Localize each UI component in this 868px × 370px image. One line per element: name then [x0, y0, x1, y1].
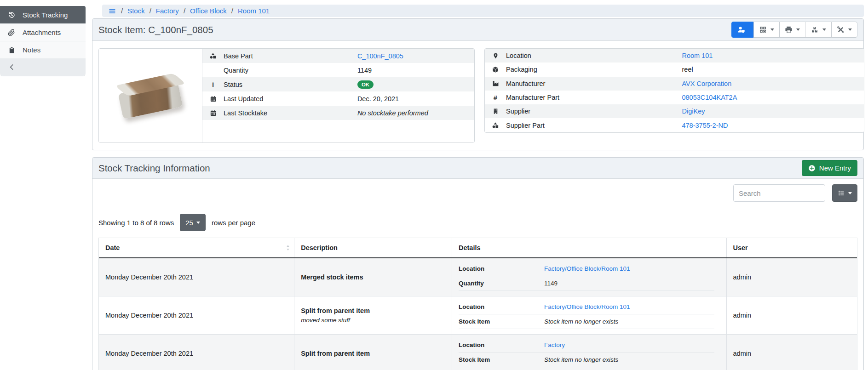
building-icon [485, 108, 506, 115]
industry-icon [485, 80, 506, 87]
sort-icon [286, 245, 290, 251]
column-header-details: Details [452, 238, 727, 257]
detail-row-packaging: Packaging reel [485, 63, 864, 76]
sourcing-table: Location Room 101 Packaging reel Manufac… [485, 49, 864, 132]
packaging-value: reel [682, 66, 864, 73]
base-part-link[interactable]: C_100nF_0805 [357, 52, 403, 60]
detail-subrow: Stock Item Stock item no longer exists [459, 353, 714, 367]
hamburger-icon[interactable] [108, 7, 116, 15]
calendar-icon [202, 109, 224, 117]
part-thumbnail[interactable] [99, 49, 202, 142]
location-link[interactable]: Factory [544, 342, 714, 348]
map-marker-icon [485, 52, 506, 59]
detail-subrow: Location Factory [459, 338, 714, 353]
calendar-icon [202, 95, 224, 102]
detail-subrow: Location Factory/Office Block/Room 101 [459, 262, 714, 276]
admin-user-shield-button[interactable] [731, 22, 754, 38]
stock-item-status-text: Stock item no longer exists [544, 318, 714, 325]
breadcrumb-link-office-block[interactable]: Office Block [190, 7, 227, 15]
column-header-date[interactable]: Date [99, 238, 294, 257]
sidebar-item-notes[interactable]: Notes [0, 41, 86, 58]
sidebar-collapse-button[interactable] [0, 58, 86, 76]
paperclip-icon [7, 29, 16, 36]
header-toolbar [731, 22, 857, 38]
supplier-part-link[interactable]: 478-3755-2-ND [682, 122, 728, 129]
chevron-down-icon [796, 28, 800, 31]
description-note: moved some stuff [301, 317, 350, 324]
columns-dropdown-button[interactable] [832, 184, 857, 202]
location-link[interactable]: Factory/Office Block/Room 101 [544, 303, 714, 310]
search-input[interactable] [733, 184, 825, 202]
page-size-dropdown[interactable]: 25 [180, 214, 206, 231]
detail-row-last-stocktake: Last Stocktake No stocktake performed [202, 106, 474, 120]
breadcrumb-separator: / [231, 7, 233, 15]
chevron-down-icon [848, 28, 852, 31]
showing-text: Showing 1 to 8 of 8 rows [98, 219, 174, 227]
detail-label: Supplier Part [506, 122, 682, 129]
stock-item-summary-card: Base Part C_100nF_0805 Quantity 1149 i S… [98, 48, 475, 143]
stock-item-actions-button[interactable] [831, 22, 857, 38]
supplier-link[interactable]: DigiKey [682, 108, 705, 115]
breadcrumb-separator: / [184, 7, 185, 15]
detail-subrow: Location Factory/Office Block/Room 101 [459, 300, 714, 314]
page-title: Stock Item: C_100nF_0805 [98, 24, 213, 35]
stock-tracking-header: Stock Tracking Information New Entry [92, 158, 863, 179]
last-stocktake-value: No stocktake performed [357, 109, 474, 117]
shapes-icon [202, 52, 224, 59]
sidebar-item-label: Attachments [23, 28, 61, 36]
chevron-down-icon [822, 28, 826, 31]
detail-label: Manufacturer Part [506, 94, 682, 101]
sidebar-item-label: Stock Tracking [23, 11, 68, 19]
breadcrumb-link-stock[interactable]: Stock [127, 7, 145, 15]
breadcrumb-link-factory[interactable]: Factory [156, 7, 179, 15]
new-entry-button[interactable]: New Entry [802, 160, 857, 176]
print-actions-button[interactable] [779, 22, 805, 38]
date-cell: Monday December 20th 2021 [99, 258, 294, 296]
column-header-user: User [727, 238, 857, 257]
user-cell: admin [727, 258, 857, 296]
sidebar-item-attachments[interactable]: Attachments [0, 23, 86, 41]
detail-label: Status [224, 81, 357, 88]
capacitor-image [118, 81, 183, 119]
detail-label: Packaging [506, 66, 682, 73]
breadcrumb: / Stock / Factory / Office Block / Room … [102, 5, 864, 17]
chevron-down-icon [196, 222, 200, 224]
status-badge: OK [357, 80, 374, 89]
detail-row-supplier-part: Supplier Part 478-3755-2-ND [485, 118, 864, 132]
printer-icon [785, 26, 793, 34]
barcode-actions-button[interactable] [753, 22, 780, 38]
box-icon [485, 66, 506, 73]
sidebar-item-stock-tracking[interactable]: Stock Tracking [0, 6, 86, 23]
date-cell: Monday December 20th 2021 [99, 335, 294, 370]
detail-label: Last Stocktake [224, 109, 357, 117]
breadcrumb-separator: / [121, 7, 123, 15]
breadcrumb-link-room-101[interactable]: Room 101 [238, 7, 270, 15]
detail-row-manufacturer-part: # Manufacturer Part 08053C104KAT2A [485, 91, 864, 104]
detail-label: Base Part [224, 52, 357, 60]
description-text: Split from parent item [301, 307, 370, 314]
manufacturer-part-link[interactable]: 08053C104KAT2A [682, 94, 737, 101]
stock-item-status-text: Stock item no longer exists [544, 356, 714, 363]
table-row: Monday December 20th 2021 Split from par… [99, 296, 857, 335]
detail-row-location: Location Room 101 [485, 49, 864, 63]
detail-row-manufacturer: Manufacturer AVX Corporation [485, 77, 864, 91]
manufacturer-link[interactable]: AVX Corporation [682, 80, 731, 87]
page-size-value: 25 [185, 219, 193, 227]
sidebar: Stock Tracking Attachments Notes [0, 6, 86, 76]
detail-label: Location [506, 52, 682, 59]
list-icon [838, 190, 845, 196]
sidebar-item-label: Notes [23, 46, 40, 54]
detail-label: Last Updated [224, 95, 357, 102]
details-cell: Location Factory/Office Block/Room 101 S… [452, 296, 727, 334]
stock-item-sourcing-card: Location Room 101 Packaging reel Manufac… [484, 48, 864, 133]
tools-icon [837, 26, 845, 34]
table-row: Monday December 20th 2021 Merged stock i… [99, 258, 857, 296]
detail-label: Quantity [224, 67, 357, 74]
stock-actions-button[interactable] [805, 22, 832, 38]
chevron-down-icon [770, 28, 774, 31]
quantity-value: 1149 [357, 67, 474, 74]
location-link[interactable]: Factory/Office Block/Room 101 [544, 265, 714, 272]
location-link[interactable]: Room 101 [682, 52, 713, 59]
user-cell: admin [727, 296, 857, 334]
detail-row-supplier: Supplier DigiKey [485, 104, 864, 118]
